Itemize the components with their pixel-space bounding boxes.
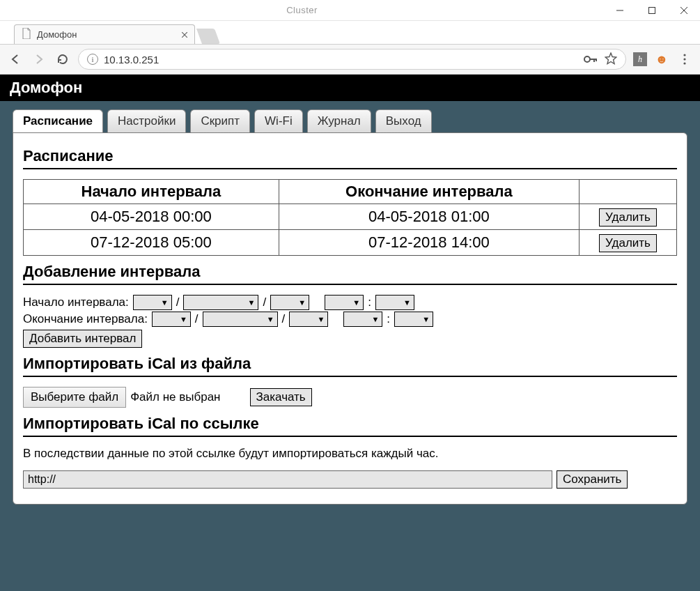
nav-reload-button[interactable] (54, 51, 71, 68)
end-day-select[interactable]: ▼ (152, 312, 191, 327)
add-interval-button[interactable]: Добавить интервал (23, 330, 142, 348)
end-label: Окончание интервала: (23, 312, 148, 326)
import-url-input[interactable] (23, 470, 552, 489)
interval-start-row: Начало интервала: ▼ / ▼ / ▼ ▼ : ▼ (23, 295, 677, 310)
end-minute-select[interactable]: ▼ (394, 312, 433, 327)
delete-button[interactable]: Удалить (599, 208, 657, 227)
import-url-row: Сохранить (23, 470, 677, 489)
browser-tabstrip: Домофон (0, 21, 700, 44)
col-actions (580, 180, 677, 204)
tab-script[interactable]: Скрипт (190, 109, 250, 132)
nav-forward-button[interactable] (31, 51, 47, 68)
import-file-row: Выберите файл Файл не выбран Закачать (23, 387, 677, 408)
add-interval-heading: Добавление интервала (23, 263, 677, 281)
svg-point-10 (683, 54, 685, 56)
chevron-down-icon: ▼ (180, 315, 187, 323)
browser-tab[interactable]: Домофон (14, 24, 195, 44)
content-panel: Расписание Начало интервала Окончание ин… (13, 132, 687, 505)
browser-tab-close-icon[interactable] (182, 29, 187, 40)
save-url-button[interactable]: Сохранить (557, 470, 628, 489)
cell-end: 07-12-2018 14:00 (279, 230, 579, 256)
nav-back-button[interactable] (7, 51, 24, 68)
file-icon (22, 28, 31, 41)
chevron-down-icon: ▼ (422, 315, 430, 323)
sep: / (263, 296, 266, 309)
chevron-down-icon: ▼ (161, 298, 169, 307)
window-app-name: Cluster (0, 5, 604, 15)
browser-tab-title: Домофон (37, 29, 182, 40)
table-row: 04-05-2018 00:00 04-05-2018 01:00 Удалит… (24, 204, 677, 230)
table-row: 07-12-2018 05:00 07-12-2018 14:00 Удалит… (24, 230, 677, 256)
key-icon[interactable] (584, 54, 598, 66)
sep: : (368, 296, 371, 309)
tab-journal[interactable]: Журнал (307, 109, 371, 132)
extension-face-icon[interactable]: ☻ (654, 52, 669, 67)
chevron-down-icon: ▼ (352, 298, 360, 307)
browser-new-tab-button[interactable] (196, 29, 220, 44)
svg-point-6 (584, 56, 590, 62)
schedule-heading: Расписание (23, 147, 677, 165)
browser-toolbar: i 10.13.0.251 h ☻ (0, 44, 700, 75)
tab-exit[interactable]: Выход (375, 109, 432, 132)
extension-h-icon[interactable]: h (633, 52, 647, 66)
col-end: Окончание интервала (279, 180, 579, 204)
chevron-down-icon: ▼ (403, 298, 411, 307)
import-file-heading: Импортировать iCal из файла (23, 355, 677, 373)
start-day-select[interactable]: ▼ (133, 295, 172, 310)
interval-end-row: Окончание интервала: ▼ / ▼ / ▼ ▼ : ▼ (23, 312, 677, 327)
divider (23, 168, 677, 169)
browser-menu-button[interactable] (676, 51, 693, 68)
cell-end: 04-05-2018 01:00 (279, 204, 579, 230)
svg-rect-1 (649, 7, 655, 13)
end-hour-select[interactable]: ▼ (343, 312, 382, 327)
sep: / (176, 296, 180, 309)
sep: / (282, 312, 286, 326)
divider (23, 284, 677, 285)
cell-start: 04-05-2018 00:00 (24, 204, 279, 230)
tab-schedule[interactable]: Расписание (13, 109, 103, 132)
tab-wifi[interactable]: Wi-Fi (254, 109, 303, 132)
chevron-down-icon: ▼ (248, 298, 256, 307)
cell-start: 07-12-2018 05:00 (24, 230, 279, 256)
delete-button[interactable]: Удалить (599, 234, 657, 252)
address-bar[interactable]: i 10.13.0.251 (78, 49, 626, 70)
page-viewport: Домофон Расписание Настройки Скрипт Wi-F… (0, 75, 700, 591)
import-url-note: В последствии данные по этой ссылке буду… (23, 447, 677, 461)
chevron-down-icon: ▼ (371, 315, 379, 323)
window-minimize-button[interactable] (604, 0, 636, 21)
svg-point-12 (683, 62, 685, 64)
schedule-table: Начало интервала Окончание интервала 04-… (23, 179, 677, 256)
no-file-label: Файл не выбран (130, 390, 220, 404)
sep: / (195, 312, 199, 326)
start-month-select[interactable]: ▼ (183, 295, 258, 310)
bookmark-star-icon[interactable] (605, 52, 617, 67)
app-body: Расписание Настройки Скрипт Wi-Fi Журнал… (0, 101, 700, 591)
divider (23, 436, 677, 437)
window-titlebar: Cluster (0, 0, 700, 21)
end-month-select[interactable]: ▼ (203, 312, 278, 327)
tab-settings[interactable]: Настройки (107, 109, 186, 132)
choose-file-button[interactable]: Выберите файл (23, 387, 126, 408)
app-tabs: Расписание Настройки Скрипт Wi-Fi Журнал… (13, 109, 687, 132)
window-maximize-button[interactable] (636, 0, 668, 21)
start-hour-select[interactable]: ▼ (325, 295, 364, 310)
site-info-icon[interactable]: i (87, 54, 98, 65)
chevron-down-icon: ▼ (298, 298, 306, 307)
col-start: Начало интервала (24, 180, 279, 204)
import-url-heading: Импортировать iCal по ссылке (23, 415, 677, 433)
svg-point-11 (683, 58, 685, 60)
start-label: Начало интервала: (23, 296, 129, 309)
end-year-select[interactable]: ▼ (289, 312, 328, 327)
start-minute-select[interactable]: ▼ (375, 295, 414, 310)
address-url: 10.13.0.251 (104, 54, 578, 66)
divider (23, 376, 677, 377)
window-close-button[interactable] (668, 0, 700, 21)
chevron-down-icon: ▼ (317, 315, 325, 323)
chevron-down-icon: ▼ (267, 315, 274, 323)
sep: : (387, 312, 390, 326)
start-year-select[interactable]: ▼ (270, 295, 309, 310)
upload-button[interactable]: Закачать (250, 388, 312, 406)
app-title: Домофон (0, 75, 700, 101)
